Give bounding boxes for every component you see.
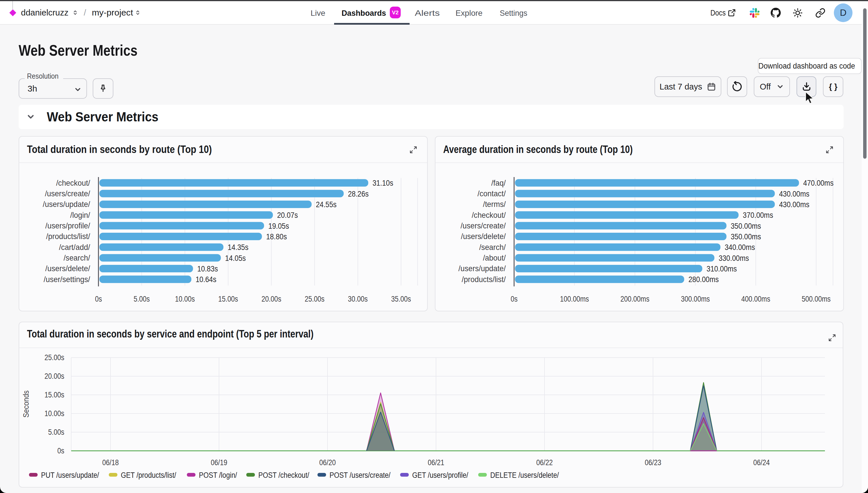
svg-text:200.00ms: 200.00ms <box>620 295 650 303</box>
svg-text:0s: 0s <box>58 447 64 455</box>
svg-text:POST /login/: POST /login/ <box>199 471 237 479</box>
svg-text:430.00ms: 430.00ms <box>779 189 809 198</box>
svg-text:0s: 0s <box>511 295 517 303</box>
svg-text:20.00s: 20.00s <box>261 295 281 303</box>
svg-text:25.00s: 25.00s <box>44 353 64 362</box>
svg-text:/search/: /search/ <box>479 243 506 252</box>
svg-text:20.07s: 20.07s <box>277 211 298 219</box>
svg-text:10.00s: 10.00s <box>175 295 195 303</box>
svg-text:/user/settings/: /user/settings/ <box>44 275 90 284</box>
svg-text:35.00s: 35.00s <box>391 295 411 303</box>
svg-text:PUT /users/update/: PUT /users/update/ <box>41 471 99 479</box>
svg-text:/users/create/: /users/create/ <box>45 189 90 198</box>
svg-text:300.00ms: 300.00ms <box>681 295 710 303</box>
svg-text:/faq/: /faq/ <box>491 178 506 187</box>
svg-text:/users/update/: /users/update/ <box>459 264 506 273</box>
svg-text:28.26s: 28.26s <box>348 189 368 198</box>
svg-text:350.00ms: 350.00ms <box>731 232 761 241</box>
svg-text:POST /users/create/: POST /users/create/ <box>330 471 391 479</box>
svg-text:10.00s: 10.00s <box>44 409 64 418</box>
svg-text:430.00ms: 430.00ms <box>779 200 809 209</box>
svg-text:DELETE /users/delete/: DELETE /users/delete/ <box>490 471 559 479</box>
svg-text:GET /users/profile/: GET /users/profile/ <box>412 471 468 479</box>
svg-text:/cart/add/: /cart/add/ <box>59 243 90 252</box>
svg-text:350.00ms: 350.00ms <box>731 221 761 231</box>
svg-text:06/23: 06/23 <box>645 458 661 467</box>
svg-text:280.00ms: 280.00ms <box>688 275 719 284</box>
svg-text:06/24: 06/24 <box>753 458 769 467</box>
svg-text:500.00ms: 500.00ms <box>802 295 831 303</box>
svg-text:100.00ms: 100.00ms <box>560 295 589 303</box>
svg-text:/users/create/: /users/create/ <box>460 221 506 230</box>
svg-text:/users/update/: /users/update/ <box>43 200 90 209</box>
svg-text:400.00ms: 400.00ms <box>741 295 770 303</box>
svg-text:30.00s: 30.00s <box>348 295 368 303</box>
svg-text:06/22: 06/22 <box>536 458 553 467</box>
svg-text:/users/delete/: /users/delete/ <box>45 264 90 273</box>
svg-text:/users/profile/: /users/profile/ <box>45 221 90 230</box>
svg-text:15.00s: 15.00s <box>44 390 64 399</box>
svg-text:/checkout/: /checkout/ <box>56 178 90 187</box>
svg-text:GET /products/list/: GET /products/list/ <box>121 471 176 479</box>
svg-text:06/19: 06/19 <box>211 458 227 467</box>
svg-text:14.05s: 14.05s <box>225 254 246 262</box>
svg-text:/checkout/: /checkout/ <box>472 211 506 219</box>
svg-text:5.00s: 5.00s <box>48 428 64 436</box>
svg-text:/contact/: /contact/ <box>478 189 506 198</box>
svg-text:15.00s: 15.00s <box>218 295 238 303</box>
svg-text:Seconds: Seconds <box>22 390 30 418</box>
svg-text:310.00ms: 310.00ms <box>707 264 737 273</box>
svg-text:/products/list/: /products/list/ <box>46 232 90 241</box>
svg-text:06/21: 06/21 <box>428 458 444 467</box>
svg-text:19.05s: 19.05s <box>268 221 289 231</box>
svg-text:10.64s: 10.64s <box>195 275 216 284</box>
svg-text:0s: 0s <box>95 295 102 303</box>
svg-text:25.00s: 25.00s <box>305 295 325 303</box>
svg-text:5.00s: 5.00s <box>134 295 150 303</box>
svg-text:18.80s: 18.80s <box>266 232 287 241</box>
svg-text:POST /checkout/: POST /checkout/ <box>258 471 310 479</box>
svg-text:/about/: /about/ <box>483 253 506 262</box>
svg-text:/search/: /search/ <box>63 253 90 262</box>
svg-text:/products/list/: /products/list/ <box>462 275 506 284</box>
svg-text:370.00ms: 370.00ms <box>743 211 773 219</box>
svg-text:06/18: 06/18 <box>102 458 119 467</box>
svg-text:470.00ms: 470.00ms <box>803 178 833 187</box>
svg-text:/login/: /login/ <box>70 211 90 219</box>
svg-text:14.35s: 14.35s <box>228 243 248 252</box>
svg-text:330.00ms: 330.00ms <box>719 254 749 262</box>
svg-text:/users/delete/: /users/delete/ <box>461 232 506 241</box>
svg-text:06/20: 06/20 <box>319 458 336 467</box>
svg-text:340.00ms: 340.00ms <box>725 243 755 252</box>
svg-text:31.10s: 31.10s <box>373 178 393 187</box>
svg-text:24.55s: 24.55s <box>316 200 336 209</box>
svg-text:10.83s: 10.83s <box>197 264 218 273</box>
svg-text:/terms/: /terms/ <box>483 200 506 209</box>
svg-text:20.00s: 20.00s <box>44 372 64 381</box>
